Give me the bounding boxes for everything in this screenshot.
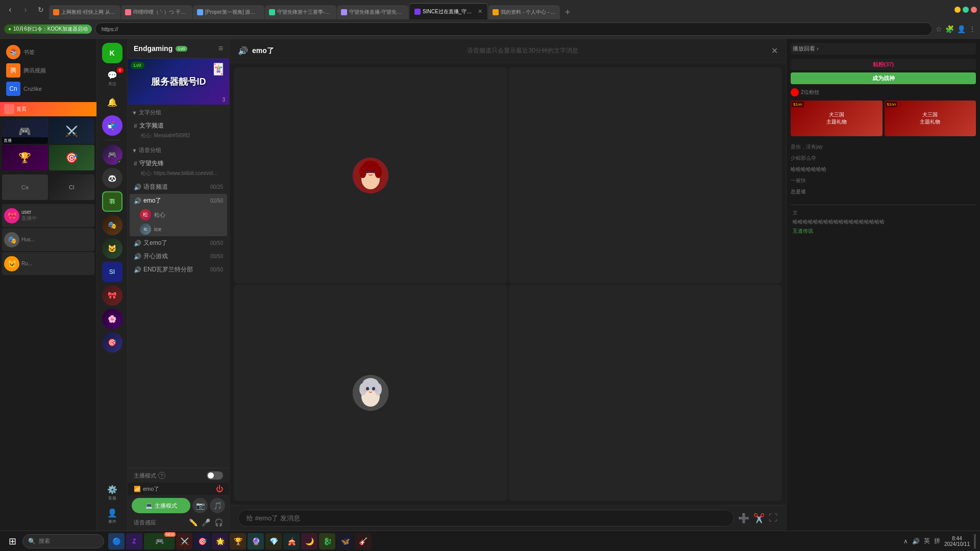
server-menu-btn[interactable]: ≡ — [218, 44, 223, 53]
browser-back[interactable]: ‹ — [3, 3, 17, 17]
taskbar-app-1[interactable]: 🔵 — [108, 533, 125, 549]
tab-2[interactable]: 哔哩哔哩（ '· ）つ 干杯~--bili — [121, 5, 192, 19]
browser-menu[interactable]: ⋮ — [969, 25, 976, 33]
channel-emo1[interactable]: 🔊 emo了 02/50 松 松心 ic ice — [130, 194, 227, 236]
tab-bar: 上网教程·经快上网 从这里开始 哔哩哔哩（ '· ）つ 干杯~--bili [P… — [49, 0, 953, 19]
tab-4[interactable]: 守望先锋第十三赛季-哔哩哔... — [265, 5, 336, 19]
taskbar: ⊞ 🔍 搜索 🔵 Z 🎮 NEW ⚔️ 🎯 🌟 🏆 🔮 💎 🎪 🌙 🐉 🦋 🎸 … — [0, 531, 980, 551]
promo-btn[interactable]: ● 10月6折口令：KOOK加速器启动 — [4, 24, 92, 34]
svg-point-16 — [363, 390, 368, 392]
tab-5[interactable]: 守望先锋直播-守望先锋直播... — [337, 5, 408, 19]
chat-scissors-btn[interactable]: ✂️ — [753, 513, 765, 524]
taskbar-game-8[interactable]: 🎪 — [283, 533, 300, 549]
taskbar-start[interactable]: ⊞ — [4, 533, 20, 549]
nav-messages[interactable]: 📬 — [102, 115, 122, 136]
headset-icon[interactable]: 🎧 — [214, 518, 223, 527]
svg-point-6 — [366, 170, 369, 173]
server-avatar-3[interactable]: 🎭 — [102, 215, 122, 235]
taskbar-game-11[interactable]: 🦋 — [337, 533, 353, 549]
screen-share-btn[interactable]: 💻 主播模式 — [132, 498, 190, 513]
server-avatar-4[interactable]: 🐱 — [102, 238, 122, 259]
mic-icon[interactable]: 🎤 — [202, 518, 210, 527]
server-header[interactable]: Endgaming Lv0 ≡ — [128, 39, 229, 59]
server-avatar-5[interactable]: 🎀 — [102, 285, 122, 306]
nav-discover[interactable]: 🔔 — [102, 92, 122, 112]
kook-logo[interactable]: K — [102, 43, 122, 63]
taskbar-lang-zh[interactable]: 拼 — [934, 537, 940, 545]
music-btn[interactable]: 🎵 — [210, 498, 225, 513]
channel-text-wenzi[interactable]: # 文字频道 松心: Messiah#56992 — [128, 118, 229, 142]
minimize-btn[interactable] — [954, 7, 961, 13]
tab-3[interactable]: [Proper第一视角] 源氏、鱼: — [193, 5, 264, 19]
mute-icon[interactable]: ✏️ — [189, 518, 198, 527]
text-section-header[interactable]: ▼ 文字分组 — [128, 105, 229, 118]
taskbar-game-6[interactable]: 🔮 — [248, 533, 264, 549]
taskbar-game-7[interactable]: 💎 — [265, 533, 282, 549]
left-browser-sidebar: 📚 书签 腾 腾讯视频 Cn Cnzlike 首页 🎮 直播 ⚔️ — [0, 39, 97, 531]
voice-panel-3 — [234, 285, 507, 501]
taskbar-show-desktop[interactable] — [974, 534, 976, 548]
nav-settings[interactable]: ⚙️ 客服 — [102, 483, 122, 503]
browser-refresh[interactable]: ↻ — [34, 3, 48, 17]
chat-close-btn[interactable]: ✕ — [771, 46, 778, 56]
taskbar-game-4[interactable]: 🌟 — [212, 533, 228, 549]
chat-expand-btn[interactable]: ⛶ — [769, 513, 778, 523]
channel-emo2[interactable]: 🔊 又emo了 00/50 — [130, 237, 227, 249]
taskbar-game-1[interactable]: 🎮 NEW — [144, 533, 175, 549]
browser-forward[interactable]: › — [18, 3, 33, 17]
server-avatar-si[interactable]: SI — [102, 262, 122, 282]
server-avatar-1[interactable]: 🎮 — [102, 144, 122, 165]
voice-panel-2 — [508, 67, 782, 284]
chat-attach-btn[interactable]: ➕ — [738, 513, 749, 524]
browser-profile[interactable]: 👤 — [957, 25, 966, 33]
taskbar-lang-en[interactable]: 英 — [924, 537, 930, 545]
taskbar-volume[interactable]: 🔊 — [912, 538, 920, 545]
taskbar-app-2[interactable]: Z — [126, 533, 142, 549]
chat-header: 🔊 emo了 语音频道只会显示最近30分钟的文字消息 ✕ — [230, 39, 786, 63]
channel-header-icon: 🔊 — [238, 46, 248, 56]
taskbar-game-12[interactable]: 🎸 — [355, 533, 371, 549]
taskbar-game-10[interactable]: 🐉 — [319, 533, 335, 549]
taskbar-game-5[interactable]: 🏆 — [230, 533, 246, 549]
server-avatar-2[interactable]: 🐼 — [102, 168, 122, 188]
taskbar-game-2[interactable]: ⚔️ — [176, 533, 192, 549]
channel-yuyin[interactable]: 🔊 语音频道 00/25 — [130, 181, 227, 193]
chat-message-input[interactable] — [238, 510, 734, 527]
tab-7[interactable]: 我的资料 - 个人中心 - 斗鱼 — [488, 5, 560, 19]
search-label: 搜索 — [39, 537, 50, 545]
user-songxin[interactable]: 松 松心 — [130, 208, 227, 222]
window-controls — [954, 7, 977, 13]
server-avatar-7[interactable]: 🎯 — [102, 332, 122, 353]
server-avatar-endgaming[interactable]: 羽 — [102, 191, 122, 212]
browser-bookmark[interactable]: ☆ — [936, 25, 942, 33]
server-avatar-6[interactable]: 🌸 — [102, 309, 122, 329]
chat-input-area: ➕ ✂️ ⛶ — [230, 505, 786, 531]
video-btn[interactable]: 📷 — [192, 498, 208, 513]
user-ice[interactable]: ic ice — [130, 222, 227, 236]
taskbar-search-box[interactable]: 🔍 搜索 — [22, 534, 104, 548]
stream-mode-toggle[interactable] — [207, 471, 223, 480]
nav-profile[interactable]: 👤 事件 — [102, 506, 122, 527]
new-tab-btn[interactable]: + — [560, 5, 575, 19]
maximize-btn[interactable] — [963, 7, 969, 13]
address-input[interactable] — [95, 22, 933, 36]
tab-6-active[interactable]: SINCE过在直播_守望先锋 | 直... ✕ — [409, 3, 488, 19]
taskbar-up-arrow[interactable]: ∧ — [903, 538, 908, 545]
svg-point-12 — [359, 383, 366, 395]
main-chat-area: 🔊 emo了 语音频道只会显示最近30分钟的文字消息 ✕ — [230, 39, 786, 531]
kook-icon-sidebar: K 💬 关注 6 🔔 📬 🎮 🐼 羽 🎭 🐱 SI 🎀 — [97, 39, 128, 531]
taskbar-game-3[interactable]: 🎯 — [194, 533, 210, 549]
channel-end-vr[interactable]: 🔊 END瓦罗兰特分部 00/50 — [130, 263, 227, 276]
channel-shouwang[interactable]: # 守望先锋 松心: https://www.bilibili.com/vid.… — [128, 156, 229, 180]
disconnect-btn[interactable]: ⏻ — [216, 485, 223, 493]
tab-1[interactable]: 上网教程·经快上网 从这里开始 — [49, 5, 120, 19]
nav-friends[interactable]: 💬 关注 6 — [102, 68, 122, 89]
taskbar-time: 8:44 — [952, 536, 962, 541]
channel-happy[interactable]: 🔊 开心游戏 00/50 — [130, 250, 227, 263]
close-btn[interactable] — [971, 7, 977, 13]
svg-point-17 — [374, 390, 378, 392]
voice-section-header[interactable]: ▼ 语音分组 — [128, 142, 229, 156]
browser-extensions[interactable]: 🧩 — [945, 25, 954, 33]
taskbar-game-9[interactable]: 🌙 — [301, 533, 317, 549]
channel-sidebar: Endgaming Lv0 ≡ Lv0 服务器靓号ID 🃏 3 ▼ 文字分组 #… — [128, 39, 230, 531]
